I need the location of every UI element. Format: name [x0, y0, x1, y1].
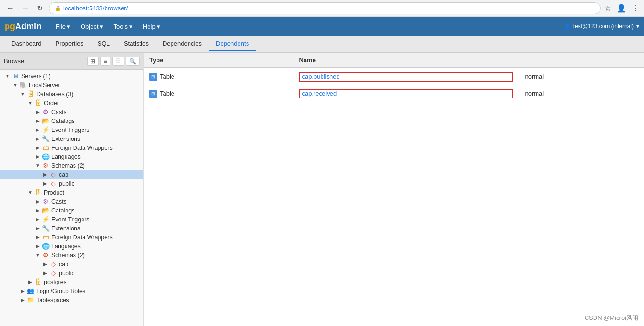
tree-item-cap-order[interactable]: ▶ ◇ cap	[0, 170, 143, 179]
tab-bar: Dashboard Properties SQL Statistics Depe…	[0, 36, 644, 53]
tree-item-public-order[interactable]: ▶ ◇ public	[0, 179, 143, 188]
profile-icon[interactable]: 👤	[617, 4, 626, 13]
tree-item-schemas-order[interactable]: ▼ ⚙ Schemas (2)	[0, 161, 143, 170]
expand-loginroles: ▶	[19, 288, 26, 293]
lang-product-label: Languages	[51, 243, 81, 250]
main-panel: Type Name ⊞ Table	[144, 53, 644, 326]
sidebar-grid-btn[interactable]: ⊞	[87, 57, 99, 66]
expand-lang-product: ▶	[34, 244, 41, 249]
tree-item-casts-order[interactable]: ▶ ⚙ Casts	[0, 107, 143, 116]
catalogs-product-icon: 📂	[41, 207, 50, 214]
menu-file[interactable]: File ▾	[51, 20, 75, 33]
fdw-product-icon: 🗃	[41, 234, 50, 241]
databases-icon: 🗄	[26, 90, 35, 98]
table-icon-2: ⊞	[149, 90, 157, 98]
sidebar-search-btn[interactable]: 🔍	[126, 57, 140, 66]
tree-item-lang-order[interactable]: ▶ 🌐 Languages	[0, 152, 143, 161]
cap-product-icon: ◇	[49, 261, 58, 268]
tree-item-product[interactable]: ▼ 🗄 Product	[0, 188, 143, 197]
tree-item-servers[interactable]: ▼ 🖥 Servers (1)	[0, 72, 143, 81]
tab-properties[interactable]: Properties	[49, 37, 90, 51]
lang-order-label: Languages	[51, 154, 81, 160]
col-type: Type	[144, 53, 293, 68]
tree-item-schemas-product[interactable]: ▼ ⚙ Schemas (2)	[0, 251, 143, 260]
databases-label: Databases (3)	[36, 91, 74, 98]
tree-item-fdw-product[interactable]: ▶ 🗃 Foreign Data Wrappers	[0, 233, 143, 242]
logo-admin: Admin	[15, 22, 41, 31]
tab-statistics[interactable]: Statistics	[117, 37, 155, 51]
menu-object[interactable]: Object ▾	[76, 20, 108, 33]
forward-button[interactable]: →	[20, 3, 31, 14]
col-extra	[519, 53, 644, 68]
expand-tablespaces: ▶	[19, 297, 26, 302]
content-area: Browser ⊞ ≡ ☰ 🔍 ▼ 🖥 Servers (1) ▼	[0, 53, 644, 326]
user-avatar-icon: 👤	[563, 23, 570, 30]
tree-item-cap-product[interactable]: ▶ ◇ cap	[0, 260, 143, 269]
order-icon: 🗄	[34, 99, 42, 106]
expand-event-product: ▶	[34, 217, 41, 222]
expand-servers: ▼	[4, 73, 11, 79]
menu-icon[interactable]: ⋮	[632, 4, 639, 13]
tab-dependencies[interactable]: Dependencies	[156, 37, 208, 51]
pgadmin-topbar: pgAdmin File ▾ Object ▾ Tools ▾ Help ▾ 👤…	[0, 17, 644, 36]
tree-item-fdw-order[interactable]: ▶ 🗃 Foreign Data Wrappers	[0, 143, 143, 152]
browser-chrome: ← → ↻ 🔒 localhost:5433/browser/ ☆ 👤 ⋮	[0, 0, 644, 17]
dependents-table: Type Name ⊞ Table	[144, 53, 644, 102]
tree-item-lang-product[interactable]: ▶ 🌐 Languages	[0, 242, 143, 251]
loginroles-label: Login/Group Roles	[36, 288, 85, 294]
tree-item-event-order[interactable]: ▶ ⚡ Event Triggers	[0, 125, 143, 134]
tree-item-tablespaces[interactable]: ▶ 📁 Tablespaces	[0, 295, 143, 304]
loginroles-icon: 👥	[26, 287, 35, 294]
menu-tools[interactable]: Tools ▾	[109, 20, 137, 33]
tree-item-ext-order[interactable]: ▶ 🔧 Extensions	[0, 134, 143, 143]
tree-item-catalogs-product[interactable]: ▶ 📂 Catalogs	[0, 206, 143, 215]
expand-fdw-product: ▶	[34, 235, 41, 240]
expand-casts-order: ▶	[34, 109, 41, 114]
tree-item-catalogs-order[interactable]: ▶ 📂 Catalogs	[0, 116, 143, 125]
casts-order-label: Casts	[51, 109, 66, 115]
sidebar-list-btn[interactable]: ☰	[112, 57, 124, 66]
row1-name-highlight: cap.published	[299, 72, 513, 82]
col-name: Name	[293, 53, 519, 68]
tree-item-loginroles[interactable]: ▶ 👥 Login/Group Roles	[0, 286, 143, 295]
tree-item-order[interactable]: ▼ 🗄 Order	[0, 98, 143, 107]
expand-catalogs-product: ▶	[34, 208, 41, 213]
expand-lang-order: ▶	[34, 154, 41, 159]
row2-type-label: Table	[160, 90, 174, 97]
tree-item-localserver[interactable]: ▼ 🐘 LocalServer	[0, 81, 143, 90]
url-text: localhost:5433/browser/	[63, 5, 128, 12]
public-order-label: public	[59, 180, 74, 187]
tree-item-public-product[interactable]: ▶ ◇ public	[0, 269, 143, 277]
expand-ext-product: ▶	[34, 226, 41, 231]
lock-icon: 🔒	[55, 5, 61, 11]
table-icon-1: ⊞	[149, 73, 157, 81]
tab-sql[interactable]: SQL	[91, 37, 116, 51]
sidebar: Browser ⊞ ≡ ☰ 🔍 ▼ 🖥 Servers (1) ▼	[0, 53, 144, 326]
back-button[interactable]: ←	[5, 3, 16, 14]
user-name: test@123.com (internal)	[573, 23, 634, 30]
bookmark-icon[interactable]: ☆	[604, 4, 611, 13]
tree-item-databases[interactable]: ▼ 🗄 Databases (3)	[0, 90, 143, 98]
schemas-order-icon: ⚙	[41, 162, 50, 169]
postgres-icon: 🗄	[34, 278, 42, 285]
schemas-product-label: Schemas (2)	[51, 252, 85, 259]
tree-item-ext-product[interactable]: ▶ 🔧 Extensions	[0, 224, 143, 233]
menu-help[interactable]: Help ▾	[138, 20, 165, 33]
tab-dashboard[interactable]: Dashboard	[5, 37, 48, 51]
row2-name: cap.received	[293, 85, 519, 102]
reload-button[interactable]: ↻	[35, 3, 45, 14]
tree-item-casts-product[interactable]: ▶ ⚙ Casts	[0, 197, 143, 206]
sidebar-columns-btn[interactable]: ≡	[100, 57, 110, 66]
casts-product-icon: ⚙	[41, 198, 50, 205]
servers-icon: 🖥	[11, 73, 20, 80]
tablespaces-icon: 📁	[26, 296, 35, 303]
tree-item-event-product[interactable]: ▶ ⚡ Event Triggers	[0, 215, 143, 224]
expand-product: ▼	[26, 190, 34, 195]
row2-type: ⊞ Table	[144, 85, 293, 102]
user-dropdown-icon[interactable]: ▾	[636, 23, 639, 30]
tree-item-postgres[interactable]: ▶ 🗄 postgres	[0, 277, 143, 286]
url-bar[interactable]: 🔒 localhost:5433/browser/	[49, 2, 601, 14]
catalogs-order-icon: 📂	[41, 117, 50, 124]
localserver-icon: 🐘	[19, 82, 27, 89]
tab-dependents[interactable]: Dependents	[209, 37, 256, 51]
